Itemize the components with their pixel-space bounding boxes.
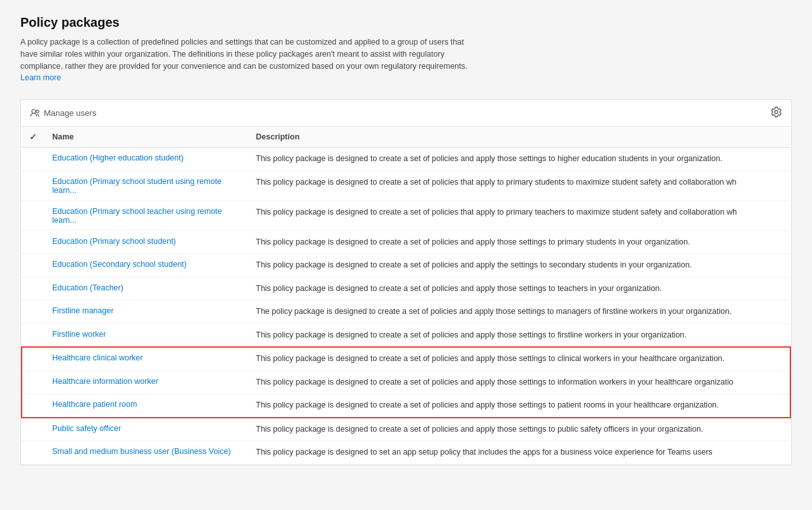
policy-name-link[interactable]: Education (Higher education student) <box>52 153 183 162</box>
table-row: Firstline workerThis policy package is d… <box>22 323 790 347</box>
row-checkbox-cell[interactable] <box>22 347 45 371</box>
table-row: Small and medium business user (Business… <box>22 441 790 465</box>
policy-name-link[interactable]: Firstline worker <box>52 330 106 339</box>
page-title: Policy packages <box>20 15 792 30</box>
row-description-cell: This policy package is designed to creat… <box>248 323 790 347</box>
manage-users-icon <box>30 108 40 118</box>
row-name-cell: Small and medium business user (Business… <box>45 441 248 465</box>
check-column-header: ✓ <box>22 127 45 148</box>
row-name-cell: Education (Primary school teacher using … <box>45 201 248 230</box>
row-description-cell: This policy package is designed to creat… <box>248 418 790 441</box>
row-checkbox-cell[interactable] <box>22 394 45 418</box>
row-name-cell: Education (Higher education student) <box>45 148 248 171</box>
row-description-cell: This policy package is designed to creat… <box>248 254 790 278</box>
row-checkbox-cell[interactable] <box>22 230 45 254</box>
table-header-row: ✓ Name Description <box>22 127 790 148</box>
svg-point-1 <box>36 110 39 112</box>
table-row: Education (Primary school student)This p… <box>22 230 790 254</box>
table-row: Public safety officerThis policy package… <box>22 418 790 441</box>
settings-gear-button[interactable] <box>771 106 782 120</box>
row-description-cell: This policy package is designed to creat… <box>248 201 790 230</box>
row-description-cell: This policy package is designed to creat… <box>248 347 790 371</box>
policy-name-link[interactable]: Firstline manager <box>52 306 114 315</box>
table-row: Education (Secondary school student)This… <box>22 254 790 278</box>
row-checkbox-cell[interactable] <box>22 254 45 278</box>
table-row: Healthcare patient roomThis policy packa… <box>22 394 790 418</box>
policy-table: ✓ Name Description Education (Higher edu… <box>21 127 791 465</box>
policy-name-link[interactable]: Public safety officer <box>52 424 121 433</box>
row-name-cell: Education (Secondary school student) <box>45 254 248 278</box>
learn-more-link[interactable]: Learn more <box>20 73 61 82</box>
table-row: Education (Higher education student)This… <box>22 148 790 171</box>
row-name-cell: Healthcare patient room <box>45 394 248 418</box>
row-name-cell: Healthcare information worker <box>45 371 248 394</box>
table-row: Education (Teacher)This policy package i… <box>22 277 790 301</box>
row-name-cell: Firstline manager <box>45 301 248 324</box>
row-description-cell: This policy package is designed to creat… <box>248 394 790 418</box>
policy-table-container: Manage users ✓ Name Description <box>20 99 792 465</box>
row-checkbox-cell[interactable] <box>22 201 45 230</box>
row-description-cell: This policy package is designed to creat… <box>248 371 790 394</box>
manage-users-button[interactable]: Manage users <box>30 108 96 118</box>
row-description-cell: This policy package is designed to creat… <box>248 148 790 171</box>
row-description-cell: This policy package is designed to set a… <box>248 441 790 465</box>
table-row: Firstline managerThe policy package is d… <box>22 301 790 324</box>
policy-name-link[interactable]: Education (Primary school teacher using … <box>52 207 222 225</box>
row-checkbox-cell[interactable] <box>22 148 45 171</box>
gear-icon <box>771 106 782 118</box>
policy-name-link[interactable]: Education (Primary school student) <box>52 237 176 246</box>
row-checkbox-cell[interactable] <box>22 418 45 441</box>
row-checkbox-cell[interactable] <box>22 171 45 201</box>
row-checkbox-cell[interactable] <box>22 371 45 394</box>
row-checkbox-cell[interactable] <box>22 441 45 465</box>
table-row: Healthcare clinical workerThis policy pa… <box>22 347 790 371</box>
row-name-cell: Public safety officer <box>45 418 248 441</box>
row-checkbox-cell[interactable] <box>22 323 45 347</box>
row-checkbox-cell[interactable] <box>22 301 45 324</box>
policy-name-link[interactable]: Healthcare clinical worker <box>52 353 143 362</box>
header-checkmark: ✓ <box>29 132 37 142</box>
row-description-cell: The policy package is designed to create… <box>248 301 790 324</box>
row-description-cell: This policy package is designed to creat… <box>248 277 790 301</box>
table-row: Education (Primary school student using … <box>22 171 790 201</box>
row-checkbox-cell[interactable] <box>22 277 45 301</box>
policy-name-link[interactable]: Education (Secondary school student) <box>52 260 186 269</box>
description-column-header: Description <box>248 127 790 148</box>
policy-name-link[interactable]: Education (Primary school student using … <box>52 177 221 195</box>
row-description-cell: This policy package is designed to creat… <box>248 171 790 201</box>
page-description: A policy package is a collection of pred… <box>20 36 479 84</box>
toolbar: Manage users <box>21 100 791 127</box>
table-row: Healthcare information workerThis policy… <box>22 371 790 394</box>
name-column-header: Name <box>45 127 248 148</box>
svg-point-0 <box>32 110 36 113</box>
policy-name-link[interactable]: Education (Teacher) <box>52 283 123 292</box>
policy-name-link[interactable]: Healthcare patient room <box>52 400 137 409</box>
row-name-cell: Education (Primary school student using … <box>45 171 248 201</box>
row-name-cell: Firstline worker <box>45 323 248 347</box>
row-name-cell: Healthcare clinical worker <box>45 347 248 371</box>
row-description-cell: This policy package is designed to creat… <box>248 230 790 254</box>
row-name-cell: Education (Teacher) <box>45 277 248 301</box>
policy-name-link[interactable]: Small and medium business user (Business… <box>52 447 231 456</box>
row-name-cell: Education (Primary school student) <box>45 230 248 254</box>
policy-name-link[interactable]: Healthcare information worker <box>52 377 158 386</box>
table-row: Education (Primary school teacher using … <box>22 201 790 230</box>
